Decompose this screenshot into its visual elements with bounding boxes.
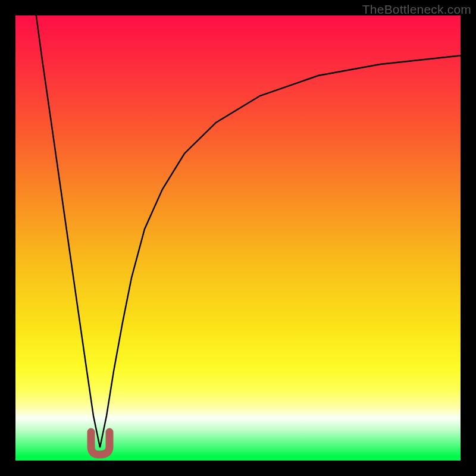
gradient-background — [15, 15, 461, 461]
plot-area — [15, 15, 461, 461]
watermark-text: TheBottleneck.com — [362, 2, 471, 17]
chart-frame: TheBottleneck.com — [0, 0, 476, 476]
chart-svg — [15, 15, 461, 461]
